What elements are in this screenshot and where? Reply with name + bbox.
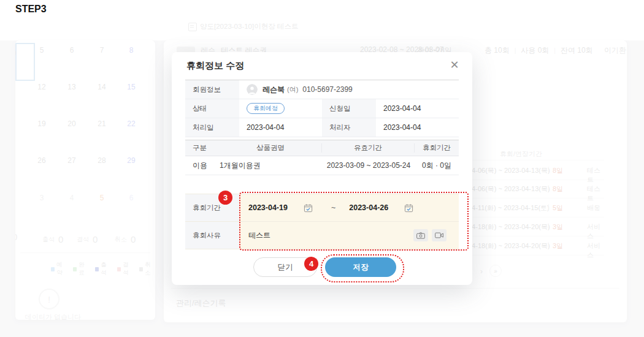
pause-reason-row: 휴회사유 테스트	[185, 222, 459, 249]
table-row: 회원정보 레슨북 (여) 010-5697-2399	[185, 80, 459, 99]
annotation-step-3: 3	[218, 191, 232, 205]
end-date-input[interactable]: 2023-04-26	[349, 203, 388, 212]
table-row: 상태 휴회예정 신청일 2023-04-04	[185, 99, 459, 118]
calendar-icon[interactable]	[404, 203, 413, 213]
ticket-row-name: 1개월이용권	[220, 161, 323, 171]
processor-value: 2023-04-04	[376, 118, 459, 137]
request-date-label: 신청일	[322, 99, 376, 118]
table-header-row: 구분 상품권명 유효기간 휴회기간	[185, 140, 459, 156]
camera-button[interactable]	[413, 229, 428, 241]
ticket-row-pause: 0회 · 0일	[415, 161, 459, 171]
member-gender: (여)	[287, 85, 298, 94]
pause-period-fields: 2023-04-19 ~ 2023-04-26	[239, 194, 459, 221]
col-header-pause: 휴회기간	[414, 143, 459, 153]
member-info-label: 회원정보	[185, 80, 239, 99]
process-date-label: 처리일	[185, 118, 239, 137]
pause-reason-field: 테스트	[239, 222, 459, 249]
step-label: STEP3	[15, 4, 47, 15]
processor-label: 처리자	[322, 118, 376, 137]
date-range-tilde: ~	[331, 203, 335, 212]
status-value: 휴회예정	[239, 99, 322, 118]
member-info-value: 레슨북 (여) 010-5697-2399	[239, 80, 459, 99]
member-info-table: 회원정보 레슨북 (여) 010-5697-2399 상태 휴회예정 신청일 2…	[185, 80, 459, 137]
avatar	[247, 84, 258, 95]
col-header-type: 구분	[185, 143, 220, 153]
close-icon[interactable]: ✕	[448, 58, 461, 72]
calendar-icon[interactable]	[304, 203, 313, 213]
request-date-value: 2023-04-04	[376, 99, 459, 118]
annotation-step-4: 4	[304, 257, 318, 271]
media-buttons	[410, 229, 447, 241]
video-button[interactable]	[432, 229, 447, 241]
ticket-row-valid: 2023-03-09 ~ 2023-05-24	[323, 161, 415, 170]
col-header-name: 상품권명	[220, 143, 321, 153]
col-header-valid: 유효기간	[321, 143, 414, 153]
member-phone: 010-5697-2399	[302, 85, 352, 94]
ticket-table: 구분 상품권명 유효기간 휴회기간 이용 1개월이용권 2023-03-09 ~…	[185, 140, 459, 175]
table-row: 처리일 2023-04-04 처리자 2023-04-04	[185, 118, 459, 137]
reason-input[interactable]: 테스트	[248, 230, 270, 241]
member-name: 레슨북	[263, 85, 285, 95]
table-row: 이용 1개월이용권 2023-03-09 ~ 2023-05-24 0회 · 0…	[185, 156, 459, 175]
modal-title: 휴회정보 수정	[186, 60, 244, 72]
pause-reason-label: 휴회사유	[185, 222, 239, 249]
status-badge: 휴회예정	[247, 103, 285, 114]
save-button[interactable]: 저장	[325, 257, 396, 277]
process-date-value: 2023-04-04	[239, 118, 322, 137]
status-label: 상태	[185, 99, 239, 118]
pause-edit-modal: 휴회정보 수정 ✕ 회원정보 레슨북 (여) 010-5697-2399 상태 …	[172, 52, 472, 285]
start-date-input[interactable]: 2023-04-19	[248, 203, 288, 212]
ticket-row-type: 이용	[185, 161, 220, 171]
